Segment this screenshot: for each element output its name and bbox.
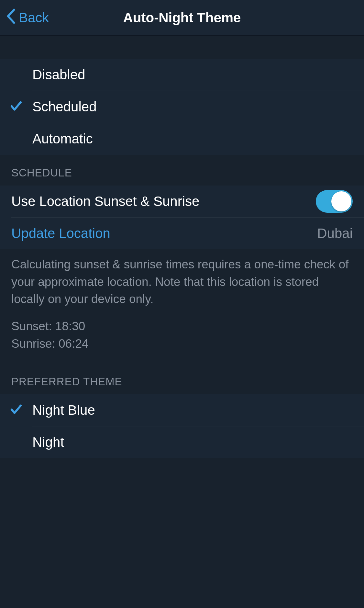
- checkmark-icon: [9, 403, 23, 418]
- theme-section-header: PREFERRED THEME: [0, 352, 364, 394]
- update-location-row[interactable]: Update Location Dubai: [0, 218, 364, 249]
- navbar: Back Auto-Night Theme: [0, 0, 364, 36]
- theme-option-night-blue[interactable]: Night Blue: [0, 394, 364, 426]
- theme-section: Night Blue Night: [0, 394, 364, 458]
- use-location-toggle[interactable]: [316, 190, 353, 213]
- update-location-label: Update Location: [11, 226, 317, 241]
- theme-option-label: Night: [32, 434, 353, 450]
- sunrise-line: Sunrise: 06:24: [11, 335, 353, 353]
- back-chevron-icon: [6, 8, 16, 27]
- checkmark-icon: [9, 99, 23, 114]
- toggle-knob: [331, 191, 351, 211]
- schedule-section: Use Location Sunset & Sunrise Update Loc…: [0, 186, 364, 249]
- mode-option-label: Disabled: [32, 67, 353, 83]
- back-button[interactable]: Back: [0, 8, 49, 27]
- check-slot: [0, 403, 32, 418]
- footer-description: Calculating sunset & sunrise times requi…: [11, 256, 353, 308]
- use-location-label: Use Location Sunset & Sunrise: [11, 194, 316, 209]
- schedule-section-header: SCHEDULE: [0, 155, 364, 186]
- mode-option-label: Automatic: [32, 131, 353, 147]
- mode-section: Disabled Scheduled Automatic: [0, 59, 364, 155]
- section-header-label: PREFERRED THEME: [11, 376, 122, 388]
- location-value: Dubai: [317, 226, 353, 241]
- theme-option-night[interactable]: Night: [0, 426, 364, 458]
- page-title: Auto-Night Theme: [123, 10, 241, 26]
- check-slot: [0, 99, 32, 114]
- sunset-line: Sunset: 18:30: [11, 318, 353, 335]
- use-location-row[interactable]: Use Location Sunset & Sunrise: [0, 186, 364, 217]
- back-label: Back: [19, 10, 49, 26]
- theme-option-label: Night Blue: [32, 402, 353, 418]
- mode-option-automatic[interactable]: Automatic: [0, 123, 364, 155]
- mode-option-disabled[interactable]: Disabled: [0, 59, 364, 91]
- mode-option-scheduled[interactable]: Scheduled: [0, 91, 364, 123]
- schedule-footer: Calculating sunset & sunrise times requi…: [0, 249, 364, 352]
- section-header-label: SCHEDULE: [11, 167, 72, 179]
- mode-option-label: Scheduled: [32, 99, 353, 115]
- section-gap: [0, 36, 364, 59]
